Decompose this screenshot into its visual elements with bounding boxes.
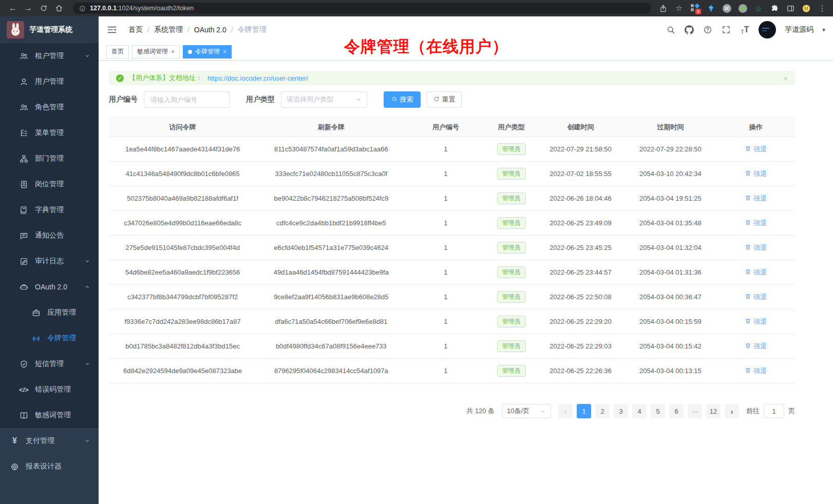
tag-close-icon[interactable]: × — [171, 48, 175, 55]
trash-icon — [745, 342, 751, 351]
star-extension-icon[interactable]: ☆ — [754, 4, 763, 13]
sidebar-item-notice[interactable]: 通知公告 — [0, 223, 99, 248]
reload-icon[interactable] — [37, 2, 50, 15]
page-button-...[interactable]: ··· — [688, 404, 702, 418]
sidebar-item-role[interactable]: 角色管理 — [0, 94, 99, 120]
page-size-select[interactable]: 10条/页 — [502, 404, 551, 418]
user-id-input[interactable] — [144, 91, 230, 108]
home-icon[interactable] — [52, 2, 66, 15]
sidebar-item-tenant[interactable]: 租户管理 — [0, 43, 99, 69]
trash-icon — [745, 244, 751, 252]
user-avatar[interactable] — [759, 21, 776, 38]
sidebar-item-errcode[interactable]: </> 错误码管理 — [0, 377, 99, 402]
font-size-icon[interactable]: TT — [740, 25, 750, 35]
share-icon[interactable] — [658, 4, 668, 13]
page-button-1[interactable]: 1 — [577, 404, 591, 418]
sidebar-item-pay[interactable]: ¥ 支付管理 — [0, 428, 99, 454]
goto-page-input[interactable] — [764, 404, 784, 418]
sidebar-item-dept[interactable]: 部门管理 — [0, 146, 99, 171]
reset-button[interactable]: 重置 — [427, 91, 462, 108]
tag-敏感词管理[interactable]: 敏感词管理 × — [132, 45, 180, 59]
expire-time-cell: 2054-03-04 01:31:36 — [624, 260, 716, 285]
alert-close-icon[interactable]: × — [783, 74, 788, 83]
profile-emoji-icon[interactable] — [802, 4, 811, 13]
browser-menu-icon[interactable]: ⋮ — [818, 4, 827, 13]
user-id-cell: 1 — [406, 359, 485, 383]
breadcrumb-item[interactable]: 系统管理 — [154, 25, 183, 34]
sidebar-item-label: 敏感词管理 — [35, 411, 71, 420]
briefcase-icon — [32, 308, 41, 317]
force-logout-button[interactable]: 强退 — [745, 194, 767, 203]
github-icon[interactable] — [685, 25, 694, 35]
gem-extension-icon[interactable] — [706, 4, 715, 13]
prev-page-button[interactable]: ‹ — [558, 404, 573, 418]
expire-time-cell: 2054-03-04 00:13:15 — [624, 359, 716, 383]
chevron-down-icon[interactable]: ▾ — [822, 26, 825, 33]
forward-icon[interactable]: → — [22, 2, 35, 15]
force-logout-button[interactable]: 强退 — [745, 145, 767, 154]
command-extension-icon[interactable]: ⌘ — [722, 4, 731, 13]
sidebar-item-oauth2-token[interactable]: 令牌管理 — [0, 325, 99, 351]
tag-close-icon[interactable]: × — [223, 48, 226, 55]
page-button-3[interactable]: 3 — [614, 404, 628, 418]
search-icon[interactable] — [666, 25, 676, 35]
force-logout-button[interactable]: 强退 — [745, 169, 767, 179]
sidebar-item-label: 岗位管理 — [35, 180, 64, 189]
bookmark-star-icon[interactable]: ☆ — [674, 4, 684, 13]
extension-grid-icon[interactable]: 9 — [690, 4, 699, 13]
hamburger-icon[interactable] — [107, 25, 117, 35]
sidebar-item-label: 审计日志 — [35, 257, 64, 266]
sidebar-item-user[interactable]: 用户管理 — [0, 69, 99, 94]
back-icon[interactable]: ← — [6, 2, 20, 15]
force-logout-button[interactable]: 强退 — [745, 366, 767, 376]
address-bar[interactable]: 127.0.0.1:1024/system/oauth2/token — [73, 3, 651, 14]
force-logout-button[interactable]: 强退 — [745, 243, 767, 253]
site-info-icon[interactable] — [79, 5, 86, 12]
tag-首页[interactable]: 首页 — [106, 45, 129, 59]
user-type-select[interactable]: 请选择用户类型 — [281, 91, 367, 108]
page-button-4[interactable]: 4 — [632, 404, 647, 418]
tag-令牌管理[interactable]: 令牌管理 × — [183, 45, 232, 59]
force-logout-button[interactable]: 强退 — [745, 342, 767, 351]
fullscreen-icon[interactable] — [722, 25, 731, 35]
breadcrumb-item[interactable]: OAuth 2.0 — [194, 26, 226, 34]
force-logout-button[interactable]: 强退 — [745, 268, 767, 277]
force-logout-button[interactable]: 强退 — [745, 293, 767, 302]
access-token-cell: 1ea5e44f8bc1467aaede43144f31de76 — [109, 137, 256, 162]
sidebar-item-sms[interactable]: 短信管理 — [0, 351, 99, 377]
sidebar-item-oauth2-app[interactable]: 应用管理 — [0, 300, 99, 325]
app-logo[interactable]: 芋道管理系统 — [0, 16, 99, 43]
next-page-button[interactable]: › — [725, 404, 739, 418]
username[interactable]: 芋道源码 — [785, 25, 813, 34]
page-button-12[interactable]: 12 — [706, 404, 721, 418]
goto-label: 前往 — [746, 406, 760, 416]
user-id-cell: 1 — [406, 285, 485, 309]
page-button-2[interactable]: 2 — [595, 404, 610, 418]
expire-time-cell: 2054-03-04 00:15:59 — [624, 309, 716, 334]
help-icon[interactable] — [703, 25, 713, 35]
page-button-6[interactable]: 6 — [669, 404, 684, 418]
page-button-5[interactable]: 5 — [651, 404, 665, 418]
doc-link[interactable]: https://doc.iocoder.cn/user-center/ — [207, 74, 308, 82]
sidebar-item-label: 字典管理 — [35, 205, 64, 215]
force-logout-button[interactable]: 强退 — [745, 317, 767, 326]
force-logout-button[interactable]: 强退 — [745, 219, 767, 228]
sidebar-item-post[interactable]: 岗位管理 — [0, 171, 99, 197]
menu-tree-icon — [20, 129, 28, 138]
sidebar-item-dict[interactable]: 字典管理 — [0, 197, 99, 223]
breadcrumb-item[interactable]: 首页 — [128, 25, 143, 34]
sidebar-item-menu[interactable]: 菜单管理 — [0, 120, 99, 146]
sidebar-item-sensitive[interactable]: 敏感词管理 — [0, 402, 99, 428]
recorder-extension-icon[interactable] — [738, 4, 747, 13]
search-button[interactable]: 搜索 — [384, 91, 421, 108]
annotation-text: 令牌管理（在线用户） — [344, 36, 508, 57]
side-panel-icon[interactable] — [786, 4, 795, 13]
sidebar-item-audit[interactable]: 审计日志 — [0, 248, 99, 274]
sidebar-item-oauth2[interactable]: OAuth 2.0 — [0, 274, 99, 300]
trash-icon — [745, 170, 751, 178]
column-header: 用户类型 — [485, 118, 537, 137]
puzzle-extension-icon[interactable] — [770, 4, 779, 13]
refresh-token-cell: 49d1aa46d1454fbd87591444423be9fa — [256, 260, 406, 285]
sidebar-item-report[interactable]: 报表设计器 — [0, 454, 99, 479]
role-icon — [20, 103, 28, 112]
